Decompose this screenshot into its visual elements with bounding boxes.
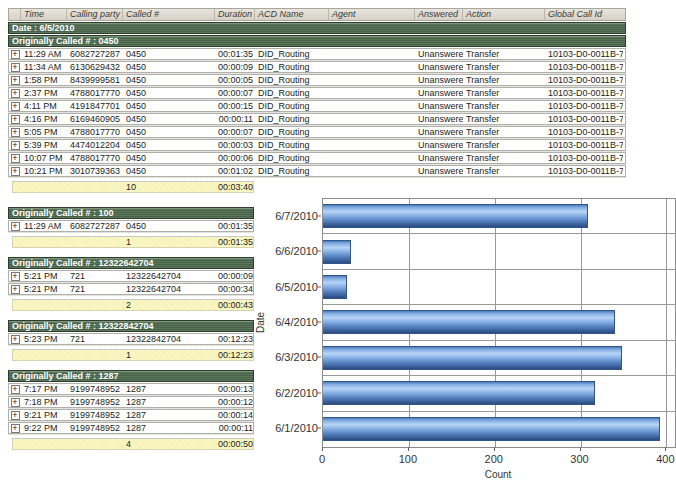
expand-icon[interactable]: +	[11, 272, 20, 281]
cell-time: 11:29 AM	[21, 49, 67, 59]
expand-icon[interactable]: +	[11, 424, 20, 433]
cell-action: Transfer	[463, 62, 545, 72]
group-header: Originally Called # : 1287	[8, 370, 254, 382]
cell-calling-party: 6130629432	[67, 62, 123, 72]
y-axis-tick	[317, 215, 321, 216]
cell-calling-party: 6082727287	[67, 49, 123, 59]
cell-action: Transfer	[463, 114, 545, 124]
cell-agent	[329, 101, 415, 111]
expand-icon[interactable]: +	[11, 141, 20, 150]
category-band	[323, 376, 675, 411]
group-summary-row: 100:01:35	[12, 236, 254, 248]
cell-action: Transfer	[463, 88, 545, 98]
cell-acd-name: DID_Routing	[255, 127, 329, 137]
cell-acd-name: DID_Routing	[255, 166, 329, 176]
cell-calling-party: 4788017770	[67, 127, 123, 137]
expand-icon[interactable]: +	[11, 411, 20, 420]
x-axis-tick	[494, 447, 495, 451]
expand-icon[interactable]: +	[11, 89, 20, 98]
cell-answered: Unanswered	[415, 166, 463, 176]
category-band	[323, 199, 675, 234]
summary-duration: 00:03:40	[215, 182, 255, 192]
expand-cell: +	[9, 221, 21, 231]
call-group: Originally Called # : 1287+7:17 PM919974…	[8, 370, 254, 450]
table-row: +11:29 AM6082727287045000:01:35DID_Routi…	[8, 48, 626, 60]
expand-icon[interactable]: +	[11, 115, 20, 124]
table-row: +5:21 PM7211232264270400:00:09	[8, 270, 254, 282]
cell-calling-party: 4474012204	[67, 140, 123, 150]
expand-icon[interactable]: +	[11, 398, 20, 407]
x-axis-label: 200	[485, 453, 503, 465]
cell-calling-party: 6082727287	[67, 221, 123, 231]
table-row: +11:29 AM6082727287045000:01:35	[8, 220, 254, 232]
cell-duration: 00:01:35	[215, 49, 255, 59]
cell-action: Transfer	[463, 166, 545, 176]
expand-cell: +	[9, 88, 21, 98]
header-expand-spacer	[9, 9, 21, 20]
expand-cell: +	[9, 140, 21, 150]
table-row: +5:21 PM7211232264270400:00:34	[8, 283, 254, 295]
table-header-row: Time Calling party # Called # Duration A…	[8, 8, 626, 21]
cell-agent	[329, 88, 415, 98]
table-row: +10:07 PM4788017770045000:00:06DID_Routi…	[8, 152, 626, 164]
expand-icon[interactable]: +	[11, 63, 20, 72]
bar	[323, 275, 347, 299]
y-axis-label: 6/7/2010	[256, 210, 318, 222]
cell-duration: 00:00:07	[215, 127, 255, 137]
cell-answered: Unanswered	[415, 49, 463, 59]
cell-time: 4:16 PM	[21, 114, 67, 124]
category-band	[323, 234, 675, 269]
expand-icon[interactable]: +	[11, 285, 20, 294]
cell-calling-party: 721	[67, 284, 123, 294]
cell-duration: 00:00:11	[215, 423, 255, 433]
group-header: Originally Called # : 12322842704	[8, 320, 254, 332]
cell-time: 7:17 PM	[21, 384, 67, 394]
summary-duration: 00:00:43	[215, 300, 255, 310]
summary-duration: 00:12:23	[215, 350, 255, 360]
cell-duration: 00:00:34	[215, 284, 255, 294]
expand-icon[interactable]: +	[11, 154, 20, 163]
cell-acd-name: DID_Routing	[255, 114, 329, 124]
expand-icon[interactable]: +	[11, 128, 20, 137]
col-header-time: Time	[21, 9, 67, 20]
cell-called: 0450	[123, 166, 215, 176]
cell-duration: 00:00:05	[215, 75, 255, 85]
cell-calling-party: 4191847701	[67, 101, 123, 111]
expand-icon[interactable]: +	[11, 76, 20, 85]
expand-icon[interactable]: +	[11, 167, 20, 176]
summary-duration: 00:01:35	[215, 237, 255, 247]
expand-icon[interactable]: +	[11, 102, 20, 111]
cell-called: 0450	[123, 127, 215, 137]
cell-time: 2:37 PM	[21, 88, 67, 98]
table-row: +1:58 PM8439999581045000:00:05DID_Routin…	[8, 74, 626, 86]
cell-calling-party: 721	[67, 271, 123, 281]
cell-calling-party: 8439999581	[67, 75, 123, 85]
calls-per-day-bar-chart: Date Count 6/7/20106/6/20106/5/20106/4/2…	[250, 193, 676, 485]
cell-called: 12322642704	[123, 271, 215, 281]
cell-time: 11:29 AM	[21, 221, 67, 231]
expand-icon[interactable]: +	[11, 222, 20, 231]
table-row: +5:05 PM4788017770045000:00:07DID_Routin…	[8, 126, 626, 138]
cell-time: 5:21 PM	[21, 271, 67, 281]
cell-agent	[329, 153, 415, 163]
expand-cell: +	[9, 153, 21, 163]
cell-time: 11:34 AM	[21, 62, 67, 72]
category-band	[323, 412, 675, 447]
expand-icon[interactable]: +	[11, 385, 20, 394]
expand-icon[interactable]: +	[11, 50, 20, 59]
cell-global-call-id: 10103-D0-0011B-77E	[545, 153, 623, 163]
category-band	[323, 270, 675, 305]
cell-global-call-id: 10103-D0-0011B-770	[545, 75, 623, 85]
cell-calling-party: 721	[67, 334, 123, 344]
summary-duration: 00:00:50	[215, 439, 255, 449]
col-header-agent: Agent	[329, 9, 415, 20]
cell-called: 1287	[123, 384, 215, 394]
cell-time: 7:18 PM	[21, 397, 67, 407]
summary-count: 1	[123, 350, 215, 360]
expand-icon[interactable]: +	[11, 335, 20, 344]
bar	[323, 417, 660, 441]
cell-duration: 00:00:12	[215, 397, 255, 407]
cell-called: 1287	[123, 423, 215, 433]
expand-cell: +	[9, 166, 21, 176]
y-axis-tick	[317, 392, 321, 393]
